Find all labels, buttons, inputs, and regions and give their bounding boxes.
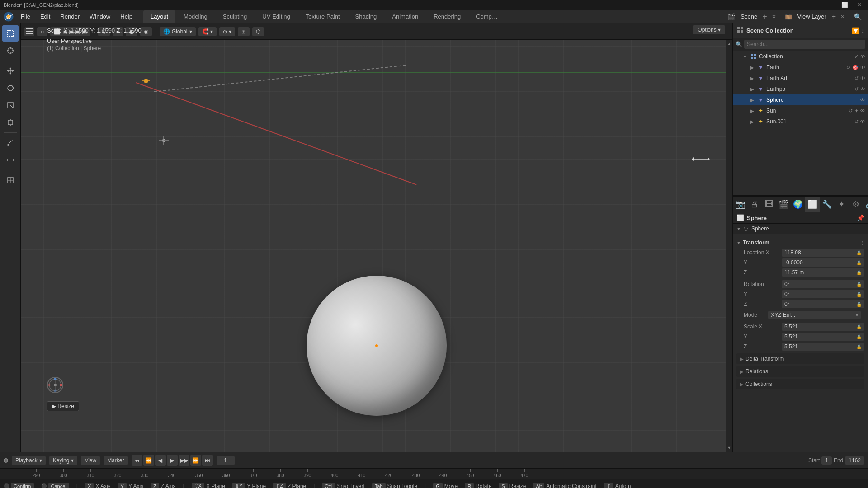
viewport-3d[interactable]: ○ ⬜ ▣ ▣ ▣ ▣ ⬡ ● ◐ ◉ 🌐 Global ▾ 🧲 ▾ ⊙ ▾ ⊞… [21, 23, 732, 452]
resize-panel-label[interactable]: ▶ Resize [47, 401, 79, 411]
marker-btn[interactable]: Marker [104, 456, 127, 465]
step-back-btn[interactable]: ◀ [155, 455, 166, 466]
proportional-edit-btn[interactable]: ⊙ ▾ [219, 27, 235, 36]
rotation-x-lock[interactable]: 🔒 [856, 282, 862, 287]
show-overlay-btn[interactable]: ⊞ [238, 27, 250, 36]
props-tab-modifiers[interactable]: 🔧 [820, 197, 834, 212]
annotate-tool[interactable] [2, 135, 19, 151]
workspace-icon[interactable]: 🎬 [726, 13, 737, 20]
move-tool[interactable] [2, 63, 19, 79]
s-key[interactable]: S [499, 483, 507, 488]
search-icon[interactable]: 🔍 [851, 13, 864, 20]
props-tab-constraints[interactable]: 🔗 [863, 197, 868, 212]
props-tab-particles[interactable]: ✦ [834, 197, 849, 212]
sun001-sync-icon[interactable]: ↺ [854, 119, 859, 125]
alt-key[interactable]: Alt [533, 483, 544, 488]
outliner-item-sun[interactable]: ▶ ✦ Sun ↺ ✦ 👁 [733, 105, 868, 116]
camera-object[interactable] [159, 136, 169, 145]
view-layer-close[interactable]: ✕ [839, 14, 847, 20]
location-y-value[interactable]: -0.0000 🔒 [782, 258, 864, 267]
props-tab-render[interactable]: 📷 [733, 197, 747, 212]
rotation-y-value[interactable]: 0° 🔒 [782, 290, 864, 298]
earthpb-eye-icon[interactable]: 👁 [860, 86, 865, 92]
confirm-btn[interactable]: Confirm [11, 483, 34, 488]
sun001-eye-icon[interactable]: 👁 [860, 119, 865, 125]
props-tab-physics[interactable]: ⚙ [849, 197, 863, 212]
add-workspace-btn[interactable]: + [761, 13, 769, 21]
close-btn[interactable]: ✕ [854, 2, 864, 8]
expand-earthad-arrow[interactable]: ▶ [749, 75, 755, 81]
tab-shading[interactable]: Shading [348, 10, 384, 23]
delta-transform-header[interactable]: ▶ Delta Transform [740, 354, 861, 363]
data-block-expand[interactable]: ▼ [736, 226, 741, 231]
menu-window[interactable]: Window [85, 12, 115, 21]
tab-uv-editing[interactable]: UV Editing [255, 10, 297, 23]
menu-help[interactable]: Help [116, 12, 137, 21]
shift-x-key[interactable]: ⇧X [192, 483, 204, 488]
location-x-lock[interactable]: 🔒 [856, 250, 862, 255]
view-btn[interactable]: View [81, 456, 100, 465]
location-x-value[interactable]: 118.08 🔒 [782, 249, 864, 257]
view-layer-icon[interactable]: 🎞️ [783, 13, 794, 20]
z-key[interactable]: Z [151, 483, 159, 488]
scroll-up-arrow[interactable]: ▲ [727, 42, 731, 46]
expand-earthpb-arrow[interactable]: ▶ [749, 86, 755, 92]
expand-sphere-arrow[interactable]: ▶ [749, 97, 755, 103]
rotation-z-value[interactable]: 0° 🔒 [782, 300, 864, 308]
transform-tool[interactable] [2, 114, 19, 131]
collection-restrict-render[interactable]: ✓ [854, 54, 859, 60]
outliner-search-input[interactable] [744, 40, 865, 49]
jump-prev-keyframe-btn[interactable]: ⏪ [143, 455, 154, 466]
tab-layout[interactable]: Layout [143, 10, 175, 23]
keying-dropdown[interactable]: Keying ▾ [49, 456, 78, 465]
collections-header[interactable]: ▶ Collections [740, 380, 861, 389]
tab-compositing[interactable]: Compos... [469, 10, 505, 23]
rotation-mode-dropdown[interactable]: XYZ Eul... ▾ [768, 311, 861, 319]
sphere-eye-icon[interactable]: 👁 [860, 97, 865, 103]
relations-header[interactable]: ▶ Relations [740, 367, 861, 376]
orbit-gizmo[interactable] [47, 377, 63, 393]
props-tab-scene[interactable]: 🎬 [776, 197, 791, 212]
scale-y-value[interactable]: 5.521 🔒 [782, 333, 864, 341]
playback-dropdown[interactable]: Playback ▾ [12, 456, 46, 465]
sun-light-icon[interactable]: ✦ [854, 108, 859, 114]
shift-y-key[interactable]: ⇧Y [232, 483, 245, 488]
scale-x-lock[interactable]: 🔒 [856, 324, 862, 329]
rotate-tool[interactable] [2, 80, 19, 96]
earth-sync-icon[interactable]: ↺ [846, 65, 850, 70]
sun-sync-icon[interactable]: ↺ [849, 108, 853, 114]
autom-key[interactable]: ⇧ [604, 483, 613, 488]
jump-end-btn[interactable]: ⏭ [202, 455, 213, 466]
tab-sculpting[interactable]: Sculpting [216, 10, 254, 23]
jump-start-btn[interactable]: ⏮ [132, 455, 142, 466]
location-y-lock[interactable]: 🔒 [856, 260, 862, 265]
cancel-btn[interactable]: Cancel [48, 483, 69, 488]
menu-file[interactable]: File [16, 12, 35, 21]
step-fwd-btn[interactable]: ▶▶ [179, 455, 189, 466]
tab-rendering[interactable]: Rendering [426, 10, 468, 23]
options-dropdown[interactable]: Options ▾ [693, 25, 725, 34]
earthad-sync-icon[interactable]: ↺ [854, 75, 859, 81]
xray-btn[interactable]: ⬡ [252, 27, 264, 36]
tab-animation[interactable]: Animation [385, 10, 425, 23]
sphere-object[interactable] [307, 276, 447, 416]
outliner-item-sphere[interactable]: ▶ ▼ Sphere 👁 [733, 94, 868, 105]
g-key[interactable]: G [433, 483, 443, 488]
props-tab-world[interactable]: 🌍 [791, 197, 805, 212]
jump-next-keyframe-btn[interactable]: ⏩ [190, 455, 201, 466]
transform-options-icon[interactable]: ⋮ [860, 240, 864, 245]
tab-texture-paint[interactable]: Texture Paint [298, 10, 347, 23]
ctrl-key[interactable]: Ctrl [322, 483, 335, 488]
sun-object[interactable] [142, 77, 150, 85]
rotation-x-value[interactable]: 0° 🔒 [782, 280, 864, 288]
view-layer-add[interactable]: + [830, 13, 838, 21]
scale-tool[interactable] [2, 97, 19, 113]
close-workspace-btn[interactable]: ✕ [770, 14, 778, 20]
filter-icon[interactable]: 🔽 [852, 27, 859, 34]
outliner-item-earthpb[interactable]: ▶ ▼ Earthpb ↺ 👁 [733, 84, 868, 94]
scale-y-lock[interactable]: 🔒 [856, 334, 862, 339]
snap-btn[interactable]: 🧲 ▾ [198, 27, 217, 36]
scale-z-value[interactable]: 5.521 🔒 [782, 343, 864, 351]
add-primitive-tool[interactable] [2, 172, 19, 188]
scale-z-lock[interactable]: 🔒 [856, 344, 862, 349]
